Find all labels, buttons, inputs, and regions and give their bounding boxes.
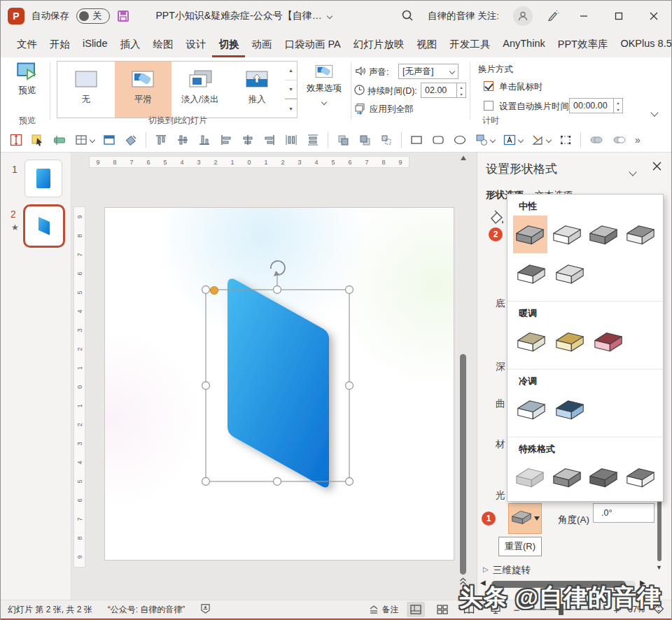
panel-close-icon[interactable] <box>652 161 662 174</box>
transition-morph[interactable]: 平滑 <box>115 62 172 118</box>
effect-options-button[interactable]: 效果选项 <box>302 62 346 106</box>
handle-top-left[interactable] <box>202 286 210 294</box>
group-objects-icon[interactable] <box>379 133 393 147</box>
bevel-swatch[interactable] <box>550 216 584 253</box>
fill-bucket-icon[interactable] <box>487 209 505 230</box>
bevel-swatch[interactable] <box>513 323 549 360</box>
handle-middle-left[interactable] <box>202 382 210 390</box>
bevel-swatch[interactable] <box>513 458 547 496</box>
bevel-swatch[interactable] <box>513 255 549 293</box>
smart-align-icon[interactable] <box>52 133 66 147</box>
menu-tab[interactable]: OKPlus 8.5 <box>614 33 672 57</box>
preview-button[interactable]: 预览 <box>9 62 46 97</box>
bevel-swatch[interactable] <box>624 458 658 496</box>
menu-tab[interactable]: 口袋动画 PA <box>278 33 346 57</box>
edit-points-icon[interactable] <box>559 133 573 147</box>
account-label[interactable]: 自律的音律 关注: <box>428 10 499 22</box>
close-button[interactable] <box>643 6 664 27</box>
vertical-scrollbar-thumb[interactable] <box>460 354 466 575</box>
bevel-swatch[interactable] <box>552 390 587 428</box>
menu-tab[interactable]: 绘图 <box>146 33 179 57</box>
format-painter-icon[interactable] <box>124 133 138 147</box>
handle-bottom-left[interactable] <box>202 478 210 486</box>
accessibility-icon[interactable] <box>200 603 211 616</box>
ellipse-shape-icon[interactable] <box>453 133 467 147</box>
adjust-handle[interactable] <box>211 287 218 295</box>
distribute-vertical-icon[interactable] <box>306 133 320 147</box>
handle-bottom-right[interactable] <box>346 478 354 486</box>
top-bevel-button[interactable] <box>508 503 542 534</box>
pen-tool-icon[interactable] <box>547 9 559 24</box>
rectangle-shape-icon[interactable] <box>410 133 424 147</box>
reuse-slides-icon[interactable] <box>102 133 116 147</box>
menu-tab[interactable]: iSlide <box>76 33 113 57</box>
bevel-swatch[interactable] <box>587 458 621 496</box>
normal-view-button[interactable] <box>407 602 425 617</box>
align-center-icon[interactable] <box>241 133 255 147</box>
align-right-icon[interactable] <box>262 133 276 147</box>
align-bottom-icon[interactable] <box>197 133 211 147</box>
bevel-swatch[interactable] <box>590 323 626 360</box>
slide-sorter-view-button[interactable] <box>433 602 451 617</box>
bevel-swatch[interactable] <box>552 255 587 293</box>
row-height-icon[interactable] <box>9 133 23 147</box>
send-backward-icon[interactable] <box>358 133 372 147</box>
rotate-handle-icon[interactable] <box>271 261 285 276</box>
menu-tab[interactable]: 切换 <box>212 33 245 57</box>
menu-tab[interactable]: 幻灯片放映 <box>347 33 411 57</box>
align-top-icon[interactable] <box>154 133 168 147</box>
slide-2-thumbnail[interactable] <box>23 204 65 248</box>
notes-button[interactable]: 备注 <box>368 604 398 616</box>
minimize-button[interactable] <box>573 6 594 27</box>
slide-1-thumbnail[interactable] <box>24 160 62 197</box>
transition-push[interactable]: 推入 <box>229 62 286 118</box>
duration-input[interactable]: 02.00 <box>421 83 457 98</box>
rotation-3d-expand-icon[interactable]: ▷ <box>483 565 489 573</box>
menu-tab[interactable]: 动画 <box>245 33 278 57</box>
menu-tab[interactable]: 视图 <box>410 33 443 57</box>
toolbar-overflow-icon[interactable]: » <box>635 134 640 146</box>
transition-none[interactable]: 无 <box>57 62 115 118</box>
bevel-swatch[interactable] <box>624 216 658 253</box>
menu-tab[interactable]: 插入 <box>113 33 146 57</box>
menu-tab[interactable]: 设计 <box>179 33 212 57</box>
duration-spinner[interactable]: ▴▾ <box>457 83 466 98</box>
autosave-toggle[interactable]: 关 <box>76 8 110 24</box>
bevel-swatch[interactable] <box>587 216 621 253</box>
handle-middle-right[interactable] <box>346 382 354 390</box>
bevel-swatch[interactable] <box>513 216 547 253</box>
save-icon[interactable] <box>117 10 130 22</box>
auto-advance-spinner[interactable]: ▴▾ <box>614 98 623 113</box>
blue-parallelogram-shape[interactable] <box>227 279 329 487</box>
document-title[interactable]: PPT小知识&疑难杂症-公众号【自律… <box>156 10 332 22</box>
handle-top-right[interactable] <box>346 286 354 294</box>
text-box-icon[interactable] <box>503 133 523 147</box>
reset-button[interactable]: 重置(R) <box>498 537 542 556</box>
search-icon[interactable] <box>401 9 414 24</box>
sound-select[interactable]: [无声音] <box>398 64 458 79</box>
gallery-scroll-up[interactable]: ▴ <box>285 62 297 80</box>
transition-fade[interactable]: 淡入/淡出 <box>172 62 229 118</box>
rotation-3d-label[interactable]: 三维旋转 <box>493 564 531 577</box>
angle-input[interactable]: .0° <box>593 503 654 523</box>
rounded-rectangle-shape-icon[interactable] <box>431 133 445 147</box>
bring-forward-icon[interactable] <box>336 133 350 147</box>
apply-all-button[interactable]: 应用到全部 <box>370 104 414 115</box>
menu-tab[interactable]: 开发工具 <box>443 33 496 57</box>
shape-outline-icon[interactable] <box>531 133 551 147</box>
panel-collapse-icon[interactable] <box>630 165 636 178</box>
powerpoint-app-icon[interactable]: P <box>8 8 24 24</box>
align-left-icon[interactable] <box>219 133 233 147</box>
collapse-ribbon-icon[interactable] <box>652 108 657 118</box>
bevel-swatch[interactable] <box>550 458 584 496</box>
menu-tab[interactable]: 文件 <box>10 33 43 57</box>
select-object-icon[interactable] <box>31 133 45 147</box>
auto-advance-checkbox[interactable] <box>484 101 493 111</box>
menu-tab[interactable]: PPT效率库 <box>552 33 615 57</box>
merge-union-icon[interactable] <box>589 133 604 147</box>
shapes-gallery-icon[interactable] <box>475 133 495 147</box>
scroll-up-icon[interactable] <box>458 155 468 163</box>
avatar[interactable] <box>513 6 533 26</box>
auto-advance-input[interactable]: 00:00.00 <box>569 98 614 113</box>
on-mouse-click-checkbox[interactable] <box>484 81 493 91</box>
